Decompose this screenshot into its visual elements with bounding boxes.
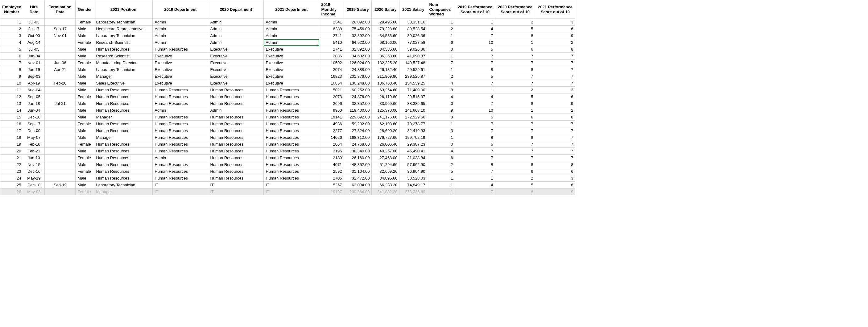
- cell-2021-department[interactable]: Human Resources: [264, 114, 319, 121]
- cell-monthly-income[interactable]: 5021: [319, 87, 344, 93]
- cell-2021-department[interactable]: Executive: [264, 66, 319, 73]
- cell-2019-salary[interactable]: 59,232.00: [344, 121, 372, 127]
- cell-2019-performance[interactable]: 5: [455, 46, 495, 53]
- cell-termination-date[interactable]: [45, 154, 75, 161]
- cell-2020-salary[interactable]: 241,176.60: [372, 114, 399, 121]
- cell-2020-performance[interactable]: 2: [495, 87, 535, 93]
- cell-2021-salary[interactable]: 39,026.36: [399, 32, 427, 39]
- cell-2019-department[interactable]: Admin: [153, 154, 208, 161]
- cell-2019-department[interactable]: Admin: [153, 32, 208, 39]
- cell-gender[interactable]: Male: [75, 182, 94, 188]
- cell-hire-date[interactable]: Jun-10: [23, 154, 45, 161]
- cell-termination-date[interactable]: [45, 134, 75, 141]
- cell-position[interactable]: Human Resources: [94, 127, 153, 134]
- cell-2020-department[interactable]: Human Resources: [208, 175, 264, 182]
- cell-2020-performance[interactable]: 7: [495, 141, 535, 148]
- cell-2021-department[interactable]: Human Resources: [264, 100, 319, 107]
- cell-2020-performance[interactable]: 6: [495, 46, 535, 53]
- cell-2021-salary[interactable]: 70,278.77: [399, 121, 427, 127]
- cell-monthly-income[interactable]: 19141: [319, 114, 344, 121]
- cell-2020-department[interactable]: Human Resources: [208, 141, 264, 148]
- cell-2019-department[interactable]: Executive: [153, 60, 208, 66]
- cell-2019-performance[interactable]: 5: [455, 114, 495, 121]
- cell-2021-salary[interactable]: 89,528.54: [399, 26, 427, 32]
- cell-2021-salary[interactable]: 33,331.16: [399, 19, 427, 26]
- cell-termination-date[interactable]: Nov-01: [45, 32, 75, 39]
- cell-gender[interactable]: Female: [75, 93, 94, 100]
- cell-2019-department[interactable]: Executive: [153, 66, 208, 73]
- cell-2019-department[interactable]: IT: [153, 182, 208, 188]
- cell-gender[interactable]: Male: [75, 175, 94, 182]
- cell-gender[interactable]: Male: [75, 100, 94, 107]
- cell-2019-salary[interactable]: 48,852.00: [344, 161, 372, 168]
- cell-employee-number[interactable]: 2: [0, 26, 23, 32]
- col-2021-position[interactable]: 2021 Position: [94, 0, 153, 19]
- cell-2019-performance[interactable]: 5: [455, 141, 495, 148]
- cell-2019-department[interactable]: Human Resources: [153, 121, 208, 127]
- cell-2021-department[interactable]: Executive: [264, 80, 319, 87]
- cell-hire-date[interactable]: Aug-14: [23, 39, 45, 46]
- cell-employee-number[interactable]: 24: [0, 175, 23, 182]
- cell-2019-performance[interactable]: 7: [455, 32, 495, 39]
- cell-2019-salary[interactable]: 24,768.00: [344, 141, 372, 148]
- cell-position[interactable]: Laboratory Technician: [94, 182, 153, 188]
- cell-2021-salary[interactable]: 39,026.36: [399, 46, 427, 53]
- cell-employee-number[interactable]: 11: [0, 87, 23, 93]
- cell-2020-performance[interactable]: 8: [495, 188, 535, 195]
- cell-2020-department[interactable]: Human Resources: [208, 134, 264, 141]
- cell-position[interactable]: Laboratory Technician: [94, 19, 153, 26]
- cell-termination-date[interactable]: [45, 168, 75, 175]
- cell-position[interactable]: Human Resources: [94, 121, 153, 127]
- cell-num-companies[interactable]: 1: [427, 32, 455, 39]
- cell-2019-performance[interactable]: 7: [455, 188, 495, 195]
- cell-2021-performance[interactable]: 3: [535, 19, 575, 26]
- cell-monthly-income[interactable]: 19197: [319, 188, 344, 195]
- cell-employee-number[interactable]: 14: [0, 107, 23, 114]
- cell-2021-performance[interactable]: 3: [535, 87, 575, 93]
- cell-position[interactable]: Healthcare Representative: [94, 26, 153, 32]
- cell-hire-date[interactable]: Feb-16: [23, 141, 45, 148]
- cell-employee-number[interactable]: 20: [0, 148, 23, 154]
- cell-2021-department[interactable]: Human Resources: [264, 121, 319, 127]
- cell-2021-salary[interactable]: 154,539.25: [399, 80, 427, 87]
- cell-employee-number[interactable]: 6: [0, 53, 23, 60]
- cell-2021-department[interactable]: Admin: [264, 32, 319, 39]
- cell-2020-salary[interactable]: 79,228.80: [372, 26, 399, 32]
- cell-2019-performance[interactable]: 7: [455, 60, 495, 66]
- cell-2020-salary[interactable]: 176,727.60: [372, 134, 399, 141]
- cell-2021-department[interactable]: IT: [264, 182, 319, 188]
- cell-monthly-income[interactable]: 2706: [319, 175, 344, 182]
- cell-2021-performance[interactable]: 8: [535, 161, 575, 168]
- cell-position[interactable]: Human Resources: [94, 107, 153, 114]
- cell-num-companies[interactable]: 9: [427, 107, 455, 114]
- cell-hire-date[interactable]: Jun-04: [23, 53, 45, 60]
- cell-2020-salary[interactable]: 28,690.20: [372, 127, 399, 134]
- cell-2019-performance[interactable]: 1: [455, 19, 495, 26]
- cell-num-companies[interactable]: 3: [427, 127, 455, 134]
- cell-num-companies[interactable]: 8: [427, 87, 455, 93]
- cell-2020-performance[interactable]: 5: [495, 26, 535, 32]
- cell-2020-salary[interactable]: 241,882.20: [372, 188, 399, 195]
- cell-num-companies[interactable]: 4: [427, 148, 455, 154]
- cell-2020-performance[interactable]: 2: [495, 175, 535, 182]
- cell-2020-salary[interactable]: 125,370.00: [372, 107, 399, 114]
- cell-position[interactable]: Laboratory Technician: [94, 32, 153, 39]
- cell-2020-department[interactable]: Human Resources: [208, 114, 264, 121]
- cell-2021-performance[interactable]: 8: [535, 46, 575, 53]
- cell-2021-department[interactable]: Admin: [264, 39, 319, 46]
- cell-2021-performance[interactable]: 7: [535, 141, 575, 148]
- cell-2021-department[interactable]: Human Resources: [264, 134, 319, 141]
- cell-position[interactable]: Human Resources: [94, 87, 153, 93]
- cell-gender[interactable]: Male: [75, 114, 94, 121]
- cell-2019-performance[interactable]: 7: [455, 168, 495, 175]
- cell-2019-department[interactable]: Admin: [153, 19, 208, 26]
- cell-2021-salary[interactable]: 149,527.48: [399, 60, 427, 66]
- cell-termination-date[interactable]: Sep-17: [45, 26, 75, 32]
- cell-2021-department[interactable]: Admin: [264, 26, 319, 32]
- cell-num-companies[interactable]: 2: [427, 161, 455, 168]
- cell-hire-date[interactable]: Aug-04: [23, 87, 45, 93]
- cell-position[interactable]: Manufacturing Director: [94, 60, 153, 66]
- cell-termination-date[interactable]: [45, 127, 75, 134]
- cell-monthly-income[interactable]: 2341: [319, 19, 344, 26]
- cell-2021-salary[interactable]: 45,490.41: [399, 148, 427, 154]
